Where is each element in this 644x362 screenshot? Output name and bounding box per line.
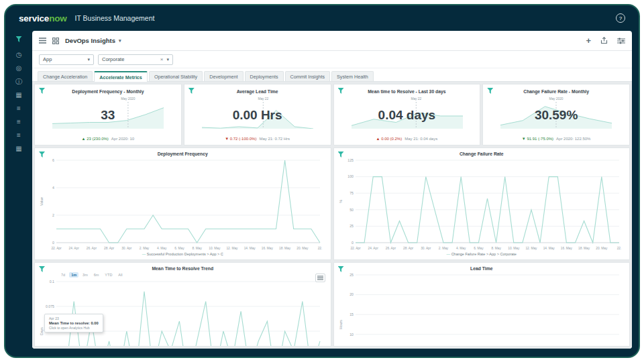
detail-list-icon[interactable]: ≡ bbox=[17, 119, 21, 125]
list-icon[interactable]: ≡ bbox=[17, 105, 21, 112]
chart-lead-time: Lead Time 0510152025Hours bbox=[333, 262, 631, 347]
svg-text:24. Apr: 24. Apr bbox=[69, 247, 80, 250]
kpi-delta-change: ▼ 91.91 (-75.0%) bbox=[522, 137, 553, 141]
tab-deployments[interactable]: Deployments bbox=[245, 71, 284, 81]
tab-system-health[interactable]: System Health bbox=[331, 71, 374, 81]
kpi-mean-time-to-resolve[interactable]: May 22 Mean time to Resolve - Last 30 da… bbox=[333, 84, 481, 145]
svg-text:2: 2 bbox=[52, 213, 54, 217]
svg-text:18. May: 18. May bbox=[578, 247, 590, 250]
kpi-value: 0.04 days bbox=[378, 108, 436, 123]
rows-icon[interactable]: ≡ bbox=[17, 132, 21, 139]
chart-tooltip[interactable]: Apr 23 Mean Time to resolve: 0.00 Click … bbox=[44, 314, 103, 333]
svg-text:10. May: 10. May bbox=[209, 247, 221, 250]
svg-text:8. May: 8. May bbox=[192, 247, 202, 250]
dashboard-toolbar: DevOps Insights ▾ + bbox=[32, 31, 632, 51]
legend-line-swatch: — bbox=[142, 252, 146, 256]
legend-line-swatch: — bbox=[447, 252, 451, 256]
bottom-charts-row: Mean Time to Resolve Trend 7d 1m 3m 6m Y… bbox=[34, 262, 630, 347]
breakdown-value-select[interactable]: Corporate × ▾ bbox=[98, 54, 173, 65]
help-icon[interactable]: ? bbox=[616, 13, 625, 23]
svg-text:10: 10 bbox=[350, 333, 354, 337]
range-1m[interactable]: 1m bbox=[69, 272, 78, 278]
svg-text:24. Apr: 24. Apr bbox=[368, 247, 378, 250]
settings-sliders-icon[interactable] bbox=[617, 38, 625, 44]
breakdown-field-select[interactable]: App ▾ bbox=[39, 54, 94, 65]
chart-mttr-trend: Mean Time to Resolve Trend 7d 1m 3m 6m Y… bbox=[34, 262, 331, 347]
svg-text:4. May: 4. May bbox=[455, 247, 466, 250]
servicenow-logo: servicenow bbox=[19, 13, 67, 23]
charts-row: Deployment Frequency 024622. Apr24. Apr2… bbox=[34, 147, 630, 260]
svg-text:16. May: 16. May bbox=[560, 247, 572, 250]
dashboard-name: DevOps Insights bbox=[65, 37, 115, 44]
sidebar: ◷ ◎ ⓘ ▦ ≡ ≡ ≡ ▦ bbox=[5, 31, 32, 349]
svg-text:0: 0 bbox=[352, 241, 354, 245]
svg-text:30. Apr: 30. Apr bbox=[421, 247, 431, 250]
kpi-delta-compare: Apr 2020: 122.50% bbox=[556, 137, 590, 141]
compass-icon[interactable]: ◎ bbox=[16, 65, 22, 72]
filter-icon[interactable] bbox=[16, 36, 22, 42]
kpi-deployment-frequency[interactable]: May 2020 Deployment Frequency - Monthly … bbox=[34, 84, 182, 145]
kpi-average-lead-time[interactable]: May 22 Average Lead Time 0.00 Hrs ▼ 0.72… bbox=[184, 84, 331, 145]
filter-icon[interactable] bbox=[189, 88, 195, 94]
svg-text:25: 25 bbox=[350, 273, 354, 277]
change-failure-rate-plot[interactable]: 025507510012522. Apr24. Apr26. Apr28. Ap… bbox=[338, 156, 626, 251]
tab-change-acceleration[interactable]: Change Acceleration bbox=[38, 71, 93, 81]
chevron-down-icon: ▾ bbox=[87, 57, 90, 62]
svg-text:14. May: 14. May bbox=[543, 247, 555, 250]
chart-title: Mean Time to Resolve Trend bbox=[39, 266, 327, 271]
lead-time-plot[interactable]: 0510152025Hours bbox=[338, 271, 626, 347]
logo-service-text: service bbox=[19, 13, 49, 23]
tab-commit-insights[interactable]: Commit Insights bbox=[285, 71, 331, 81]
range-7d[interactable]: 7d bbox=[59, 272, 67, 278]
range-3m[interactable]: 3m bbox=[80, 272, 90, 278]
range-ytd[interactable]: YTD bbox=[103, 272, 114, 278]
info-icon[interactable]: ⓘ bbox=[15, 78, 22, 85]
kpi-value: 30.59% bbox=[535, 108, 578, 123]
range-all[interactable]: All bbox=[116, 272, 124, 278]
chart-legend: — Change Failure Rate > App > Corporate bbox=[338, 251, 626, 257]
svg-text:0.075: 0.075 bbox=[46, 304, 54, 308]
filter-icon[interactable] bbox=[487, 88, 493, 94]
svg-text:May 2020: May 2020 bbox=[121, 97, 135, 101]
grid-icon[interactable]: ▦ bbox=[15, 145, 21, 152]
filter-icon[interactable] bbox=[39, 88, 45, 94]
svg-text:6. May: 6. May bbox=[174, 247, 184, 250]
chart-legend: — Successful Production Deployments > Ap… bbox=[39, 251, 327, 257]
svg-text:2. May: 2. May bbox=[140, 247, 150, 250]
hamburger-menu-icon[interactable] bbox=[39, 38, 46, 44]
share-export-icon[interactable] bbox=[600, 37, 608, 44]
chart-context-menu-icon[interactable] bbox=[315, 274, 325, 282]
app-body: ◷ ◎ ⓘ ▦ ≡ ≡ ≡ ▦ DevOps Insights ▾ bbox=[5, 31, 639, 357]
chart-title: Lead Time bbox=[338, 266, 626, 271]
clock-icon[interactable]: ◷ bbox=[16, 52, 22, 58]
svg-text:May 22: May 22 bbox=[411, 97, 421, 101]
add-widget-button[interactable]: + bbox=[586, 36, 591, 45]
svg-text:4: 4 bbox=[52, 186, 54, 190]
dashboard-selector[interactable]: DevOps Insights ▾ bbox=[65, 37, 121, 44]
deployment-frequency-plot[interactable]: 024622. Apr24. Apr26. Apr28. Apr30. Apr2… bbox=[39, 156, 327, 251]
tab-operational-stability[interactable]: Operational Stability bbox=[149, 71, 203, 81]
breakdown-field-label: App bbox=[43, 56, 52, 62]
filter-icon[interactable] bbox=[338, 88, 344, 94]
chart-change-failure-rate: Change Failure Rate 025507510012522. Apr… bbox=[333, 147, 631, 260]
clear-filter-icon[interactable]: × bbox=[160, 56, 164, 62]
svg-text:28. Apr: 28. Apr bbox=[402, 247, 413, 250]
legend-label: Change Failure Rate > App > Corporate bbox=[451, 252, 517, 256]
workspace-grid-icon[interactable] bbox=[52, 38, 59, 44]
svg-text:14. May: 14. May bbox=[244, 247, 256, 250]
kpi-title: Average Lead Time bbox=[237, 89, 278, 94]
mttr-trend-plot[interactable]: 00.0250.050.0750.1Days bbox=[39, 278, 327, 347]
svg-text:12. May: 12. May bbox=[525, 247, 537, 250]
tab-development[interactable]: Development bbox=[204, 71, 243, 81]
range-6m[interactable]: 6m bbox=[92, 272, 101, 278]
kpi-change-failure-rate[interactable]: May 2020 Change Failure Rate - Monthly 3… bbox=[482, 84, 630, 145]
kpi-title: Mean time to Resolve - Last 30 days bbox=[368, 89, 445, 94]
kpi-delta: ▲ 0.00 (0.2%) May 21: 0.04 days bbox=[376, 137, 438, 141]
apps-icon[interactable]: ▦ bbox=[15, 92, 21, 99]
svg-text:28. Apr: 28. Apr bbox=[104, 247, 115, 250]
chart-deployment-frequency: Deployment Frequency 024622. Apr24. Apr2… bbox=[34, 147, 331, 260]
svg-text:May 22: May 22 bbox=[258, 97, 268, 101]
kpi-delta: ▲ 23 (230.0%) Apr 2020: 10 bbox=[82, 137, 135, 141]
tab-accelerate-metrics[interactable]: Accelerate Metrics bbox=[94, 71, 148, 82]
kpi-delta-compare: May 21: 0.04 days bbox=[405, 137, 437, 141]
